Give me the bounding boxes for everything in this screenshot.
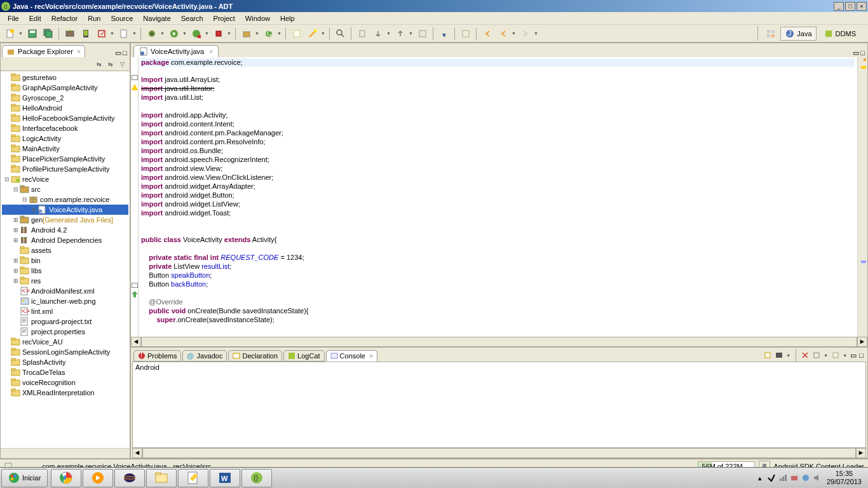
menu-search[interactable]: Search [176,13,208,24]
new-dropdown[interactable]: ▼ [18,31,24,36]
tray-expand-icon[interactable]: ▴ [758,474,762,482]
avd-manager-button[interactable] [78,27,93,41]
display-console-icon[interactable] [775,351,783,360]
tree-item-xmlreadinterpretation[interactable]: XMLReadInterpretation [2,388,128,398]
taskbar-word[interactable]: W [210,469,240,487]
maximize-button[interactable]: □ [845,2,855,11]
tree-item-hellofacebooksampleactivity[interactable]: HelloFacebookSampleActivity [2,113,128,123]
tree-expand-icon[interactable]: ⊞ [12,237,20,243]
start-button[interactable]: Iniciar [1,469,48,487]
taskbar-explorer[interactable] [146,469,177,487]
horizontal-scrollbar[interactable] [1,448,130,458]
tree-expand-icon[interactable]: ⊞ [12,268,20,274]
tree-item-src[interactable]: ⊟src [2,184,128,194]
tree-item-bin[interactable]: ⊞bin [2,255,128,266]
tray-icon[interactable] [767,473,776,482]
editor-tab-voiceactivity[interactable]: VoiceActivity.java × [133,45,219,57]
menu-window[interactable]: Window [240,13,275,24]
run-last-button[interactable] [189,27,203,41]
back-history-button[interactable] [496,27,510,41]
search-button[interactable] [333,27,348,41]
tree-item-splashactivity[interactable]: SplashActivity [2,357,128,367]
save-all-button[interactable] [41,27,55,41]
fold-marker-icon[interactable] [132,283,138,288]
tab-logcat[interactable]: LogCat [283,350,324,362]
toggle-mark-button[interactable] [355,27,369,41]
tray-volume-icon[interactable] [813,473,822,482]
perspective-ddms[interactable]: DDMS [819,27,860,41]
tree-item-trocadetelas[interactable]: TrocaDeTelas [2,367,128,377]
tree-item-assets[interactable]: assets [2,245,128,255]
lint-button[interactable]: ✓ [94,27,109,41]
tree-item-android-4-2[interactable]: ⊞Android 4.2 [2,225,128,235]
taskbar-eclipse[interactable] [114,469,145,487]
menu-refactor[interactable]: Refactor [46,13,83,24]
clear-console-icon[interactable] [801,351,810,360]
tree-item-libs[interactable]: ⊞libs [2,266,128,276]
tab-javadoc[interactable]: @Javadoc [182,350,227,362]
tree-item-sessionloginsampleactivity[interactable]: SessionLoginSampleActivity [2,347,128,357]
new-package-button[interactable] [239,27,254,41]
tree-expand-icon[interactable]: ⊞ [12,227,20,233]
next-annotation-button[interactable] [370,27,385,41]
minimize-button[interactable]: _ [834,2,844,11]
tree-item-com-example-recvoice[interactable]: ⊟com.example.recvoice [2,194,128,205]
tree-item-android-dependencies[interactable]: ⊞Android Dependencies [2,235,128,245]
project-tree[interactable]: gesturetwoGraphApiSampleActivityGyroscop… [1,71,130,448]
tree-item-graphapisampleactivity[interactable]: GraphApiSampleActivity [2,83,128,93]
external-tools-button[interactable] [211,27,226,41]
tree-item-placepickersampleactivity[interactable]: PlacePickerSampleActivity [2,154,128,164]
tree-item-recvoice[interactable]: ⊟recVoice [2,174,128,184]
taskbar-media-player[interactable] [83,469,113,487]
pin-console-icon[interactable] [763,351,772,360]
tree-item-voiceactivity-java[interactable]: ⊞JVoiceActivity.java [2,205,128,215]
minimize-editor-icon[interactable]: ▭ [853,49,859,57]
warning-marker-icon[interactable] [132,84,138,89]
fold-marker-icon[interactable] [132,75,138,80]
tree-item-voicerecognition[interactable]: voiceRecognition [2,377,128,388]
prev-annotation-button[interactable] [393,27,407,41]
open-perspective-button[interactable] [763,27,778,41]
tree-item-androidmanifest-xml[interactable]: <>AndroidManifest.xml [2,286,128,296]
maximize-view-icon[interactable]: □ [123,49,127,57]
package-explorer-tab[interactable]: Package Explorer × [2,45,85,57]
pin-button[interactable] [437,27,451,41]
tree-expand-icon[interactable]: ⊞ [12,217,20,223]
maximize-editor-icon[interactable]: □ [860,49,865,57]
sdk-manager-button[interactable] [62,27,77,41]
code-area[interactable]: package com.example.recvoice; import jav… [139,57,857,337]
tree-item-recvoice-au[interactable]: recVoice_AU [2,337,128,347]
maximize-bottom-icon[interactable]: □ [859,351,864,359]
console-hscroll[interactable]: ◄ ► [132,448,866,458]
open-type-button[interactable] [289,27,304,41]
menu-run[interactable]: Run [83,13,105,24]
menu-help[interactable]: Help [275,13,300,24]
new-class-button[interactable]: C [261,27,276,41]
tree-item-gesturetwo[interactable]: gesturetwo [2,72,128,83]
perspective-java[interactable]: J Java [780,27,816,41]
menu-edit[interactable]: Edit [24,13,46,24]
tray-network-icon[interactable] [778,473,787,482]
taskbar-chrome[interactable] [51,469,81,487]
override-marker-icon[interactable] [132,291,138,296]
collapse-all-button[interactable]: ⇆ [94,59,104,69]
forward-button[interactable] [518,27,532,41]
code-editor[interactable]: package com.example.recvoice; import jav… [131,57,867,337]
tree-expand-icon[interactable]: ⊞ [30,207,37,213]
tab-console[interactable]: Console× [326,350,378,362]
debug-button[interactable] [144,27,159,41]
overview-warning-mark[interactable] [861,66,866,69]
menu-project[interactable]: Project [208,13,240,24]
minimize-view-icon[interactable]: ▭ [115,49,121,57]
close-icon[interactable]: × [77,48,81,55]
new-button[interactable] [3,27,17,41]
link-editor-button[interactable]: ⇆ [105,59,116,69]
tree-expand-icon[interactable]: ⊟ [12,186,20,193]
tree-item-ic-launcher-web-png[interactable]: ic_launcher-web.png [2,296,128,306]
lint-dropdown[interactable]: ▼ [110,31,115,36]
last-edit-button[interactable] [415,27,430,41]
close-button[interactable]: × [857,2,867,11]
tree-item-res[interactable]: ⊞res [2,276,128,286]
editor-ruler[interactable] [131,57,139,337]
back-button[interactable] [480,27,494,41]
